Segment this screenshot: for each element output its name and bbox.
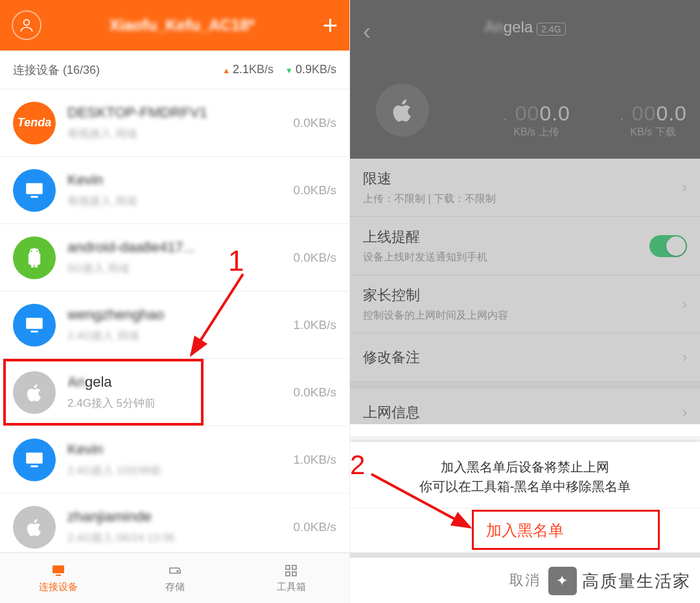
profile-icon[interactable] — [12, 10, 41, 40]
pc-icon — [13, 169, 56, 212]
chevron-right-icon: › — [682, 404, 687, 421]
summary-bar: 连接设备 (16/36) ▲2.1KB/s ▼0.9KB/s — [0, 51, 349, 89]
device-list: TendaDESKTOP-FMDRFV1有线接入 局域0.0KB/sKevin有… — [0, 89, 349, 561]
opt-rename[interactable]: 修改备注 › — [350, 334, 700, 382]
device-sub: 2.4G接入 06/24 13:36 — [67, 530, 293, 545]
device-list-screen: Xiaofu_Kefu_AC18* + 连接设备 (16/36) ▲2.1KB/… — [0, 0, 350, 603]
bottom-tabs: 连接设备 存储 工具箱 — [0, 552, 349, 603]
device-row[interactable]: TendaDESKTOP-FMDRFV1有线接入 局域0.0KB/s — [0, 89, 349, 157]
top-bar: Xiaofu_Kefu_AC18* + — [0, 0, 349, 51]
tab-devices[interactable]: 连接设备 — [0, 553, 117, 603]
chevron-right-icon: › — [682, 179, 687, 196]
download-stat: . 000.0 KB/s 下载 — [619, 102, 687, 139]
tenda-icon: Tenda — [13, 102, 56, 144]
watermark-icon: ✦ — [548, 567, 577, 595]
svg-point-4 — [36, 250, 38, 251]
device-name: wengzhenghao — [67, 306, 293, 323]
device-row[interactable]: wengzhenghao2.4G接入 局域1.0KB/s — [0, 291, 349, 359]
watermark: ✦ 高质量生活家 — [548, 567, 691, 595]
device-row[interactable]: zhanjiaminde2.4G接入 06/24 13:360.0KB/s — [0, 494, 349, 561]
apple-icon — [13, 506, 56, 549]
monitor-icon — [49, 563, 67, 578]
device-name: android-daa8e417... — [67, 239, 293, 256]
device-row[interactable]: Kevin2.4G接入 10分钟前1.0KB/s — [0, 426, 349, 494]
band-badge: 2.4G — [537, 23, 565, 36]
svg-rect-1 — [26, 183, 43, 194]
device-sub: 有线接入 局域 — [67, 126, 293, 141]
device-sub: 2.4G接入 局域 — [67, 328, 293, 343]
device-row[interactable]: Kevin有线接入 局域0.0KB/s — [0, 157, 349, 224]
device-sub: 2.4G接入 10分钟前 — [67, 463, 293, 478]
chevron-right-icon: › — [682, 296, 687, 313]
svg-rect-2 — [30, 196, 38, 198]
opt-speed-limit[interactable]: 限速上传：不限制 | 下载：不限制 › — [350, 159, 700, 217]
opt-online-alert[interactable]: 上线提醒设备上线时发送通知到手机 — [350, 217, 700, 275]
tools-icon — [282, 563, 300, 578]
svg-point-0 — [24, 19, 30, 25]
device-speed: 0.0KB/s — [293, 251, 336, 265]
svg-rect-8 — [30, 465, 38, 467]
device-speed: 0.0KB/s — [293, 116, 336, 130]
sheet-message: 加入黑名单后设备将禁止上网 你可以在工具箱-黑名单中移除黑名单 — [350, 442, 700, 508]
device-name: Angela — [67, 374, 293, 391]
device-hero: ‹ Angela2.4G . 000.0 KB/s 上传 . 000.0 KB/… — [350, 0, 700, 159]
device-row[interactable]: Angela2.4G接入 5分钟前0.0KB/s — [0, 359, 349, 426]
tab-tools[interactable]: 工具箱 — [233, 553, 349, 603]
svg-rect-14 — [292, 565, 296, 569]
svg-rect-5 — [26, 317, 43, 328]
device-speed: 0.0KB/s — [293, 520, 336, 534]
android-icon — [13, 236, 56, 279]
svg-rect-15 — [286, 572, 290, 576]
device-sub: 有线接入 局域 — [67, 194, 293, 209]
annotation-2: 2 — [350, 449, 365, 481]
upload-rate: ▲2.1KB/s — [222, 63, 274, 76]
device-sub: 2.4G接入 5分钟前 — [67, 396, 293, 411]
storage-icon — [166, 563, 184, 578]
device-detail-screen: ‹ Angela2.4G . 000.0 KB/s 上传 . 000.0 KB/… — [350, 0, 700, 603]
annotation-box-2 — [472, 510, 660, 550]
device-row[interactable]: android-daa8e417...5G接入 局域0.0KB/s — [0, 224, 349, 291]
device-name: DESKTOP-FMDRFV1 — [67, 104, 293, 121]
device-name: Kevin — [67, 172, 293, 188]
device-speed: 0.0KB/s — [293, 385, 336, 400]
device-name: zhanjiaminde — [67, 508, 293, 525]
chevron-right-icon: › — [682, 349, 687, 366]
download-rate: ▼0.9KB/s — [285, 63, 336, 76]
router-name: Xiaofu_Kefu_AC18* — [41, 16, 323, 34]
svg-rect-7 — [26, 452, 43, 463]
svg-rect-16 — [292, 572, 296, 576]
add-icon[interactable]: + — [323, 12, 338, 38]
annotation-1: 1 — [228, 245, 244, 277]
tab-storage[interactable]: 存储 — [117, 553, 233, 603]
svg-rect-6 — [30, 330, 38, 332]
connected-count: 连接设备 (16/36) — [13, 62, 100, 78]
pc-icon — [13, 438, 56, 481]
device-name: Kevin — [67, 441, 293, 458]
svg-point-12 — [177, 571, 178, 572]
apple-icon — [13, 371, 56, 414]
svg-rect-10 — [52, 565, 64, 573]
svg-point-3 — [31, 250, 32, 251]
opt-net-info[interactable]: 上网信息 › — [350, 389, 700, 437]
toggle-online-alert[interactable] — [649, 235, 687, 257]
device-speed: 1.0KB/s — [293, 453, 336, 467]
apple-icon — [376, 84, 429, 137]
device-title: Angela2.4G — [350, 18, 700, 36]
device-speed: 1.0KB/s — [293, 318, 336, 332]
device-speed: 0.0KB/s — [293, 183, 336, 198]
device-sub: 5G接入 局域 — [67, 261, 293, 276]
opt-parental[interactable]: 家长控制控制设备的上网时间及上网内容 › — [350, 275, 700, 334]
svg-rect-11 — [56, 575, 61, 576]
pc-icon — [13, 304, 56, 347]
upload-stat: . 000.0 KB/s 上传 — [502, 102, 570, 139]
svg-rect-13 — [286, 565, 290, 569]
